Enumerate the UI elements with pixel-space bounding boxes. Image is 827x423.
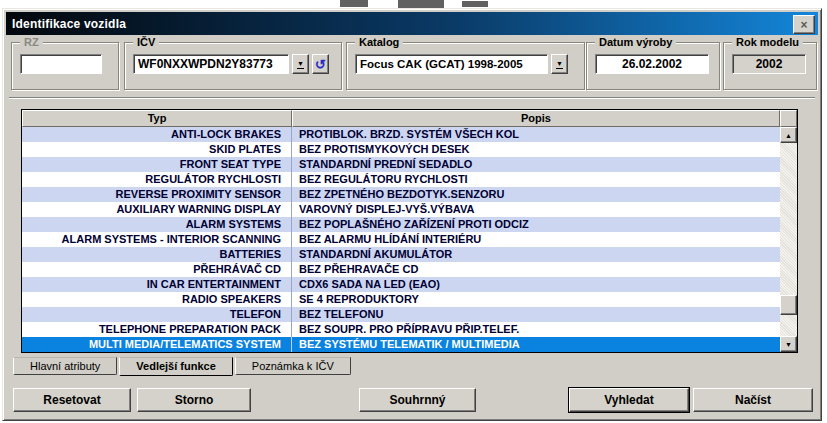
chevron-down-icon: ▼ (297, 60, 304, 67)
cell-popis: BEZ ALARMU HLÍDÁNÍ INTERIÉRU (292, 232, 780, 247)
katalog-input[interactable] (355, 54, 548, 74)
tab-poznamka-k-icv[interactable]: Poznámka k IČV (235, 357, 351, 375)
table-row[interactable]: AUXILIARY WARNING DISPLAYVAROVNÝ DISPLEJ… (22, 202, 780, 217)
scroll-down-button[interactable]: ▼ (780, 336, 797, 352)
chevron-down-icon: ▼ (556, 60, 563, 67)
cell-popis: BEZ SOUPR. PRO PŘÍPRAVU PŘIP.TELEF. (292, 322, 780, 337)
scroll-down-icon: ▼ (785, 341, 792, 348)
column-header-popis[interactable]: Popis (292, 110, 780, 127)
icv-dropdown-button[interactable]: ▼ (292, 54, 309, 74)
resetovat-button[interactable]: Resetovat (13, 388, 131, 412)
cell-popis: BEZ SYSTÉMU TELEMATIK / MULTIMEDIA (292, 337, 780, 352)
storno-button[interactable]: Storno (137, 388, 251, 412)
cell-popis: BEZ TELEFONU (292, 307, 780, 322)
tab-hlavni-atributy[interactable]: Hlavní atributy (13, 357, 117, 375)
table-header-corner (780, 110, 797, 127)
cell-popis: STANDARDNÍ AKUMULÁTOR (292, 247, 780, 262)
table-row[interactable]: FRONT SEAT TYPESTANDARDNÍ PREDNÍ SEDADLO (22, 157, 780, 172)
icv-label: IČV (133, 35, 159, 49)
vyhledat-button[interactable]: Vyhledat (569, 388, 689, 412)
table-row[interactable]: ALARM SYSTEMS - INTERIOR SCANNINGBEZ ALA… (22, 232, 780, 247)
table-row[interactable]: REGULÁTOR RYCHLOSTIBEZ REGULÁTORU RYCHLO… (22, 172, 780, 187)
cell-typ: RADIO SPEAKERS (22, 292, 292, 307)
cell-typ: SKID PLATES (22, 142, 292, 157)
cell-typ: ALARM SYSTEMS (22, 217, 292, 232)
datum-vyroby-label: Datum výroby (595, 35, 676, 49)
cell-popis: BEZ PROTISMYKOVÝCH DESEK (292, 142, 780, 157)
icv-input[interactable] (133, 54, 289, 74)
table-row[interactable]: PŘEHRÁVAČ CDBEZ PŘEHRAVAČE CD (22, 262, 780, 277)
cell-popis: CDX6 SADA NA LED (EAO) (292, 277, 780, 292)
screen: Identifikace vozidla × RZ IČV ▼ ↺ (0, 0, 827, 423)
katalog-label: Katalog (355, 35, 403, 49)
table-row[interactable]: BATTERIESSTANDARDNÍ AKUMULÁTOR (22, 247, 780, 262)
table-row[interactable]: TELEFONBEZ TELEFONU (22, 307, 780, 322)
cell-typ: FRONT SEAT TYPE (22, 157, 292, 172)
cell-typ: REGULÁTOR RYCHLOSTI (22, 172, 292, 187)
tab-vedlejsi-funkce[interactable]: Vedlejší funkce (119, 357, 232, 376)
vertical-scrollbar[interactable]: ▲ ▼ (780, 127, 797, 352)
background-window-fragment (340, 0, 368, 7)
group-katalog: Katalog ▼ (346, 42, 585, 90)
rok-modelu-label: Rok modelu (732, 35, 803, 49)
dialog-title: Identifikace vozidla (12, 17, 126, 31)
table-row[interactable]: IN CAR ENTERTAINMENTCDX6 SADA NA LED (EA… (22, 277, 780, 292)
cell-typ: TELEPHONE PREPARATION PACK (22, 322, 292, 337)
scrollbar-thumb[interactable] (780, 295, 797, 315)
scroll-up-button[interactable]: ▲ (780, 127, 797, 143)
close-icon: × (800, 19, 807, 31)
scroll-up-icon: ▲ (785, 132, 792, 139)
cell-popis: VAROVNÝ DISPLEJ-VYŠ.VÝBAVA (292, 202, 780, 217)
souhrnny-button[interactable]: Souhrnný (359, 388, 476, 412)
separator-line (9, 97, 815, 99)
rz-input[interactable] (20, 54, 102, 74)
cell-typ: REVERSE PROXIMITY SENSOR (22, 187, 292, 202)
table-row[interactable]: SKID PLATESBEZ PROTISMYKOVÝCH DESEK (22, 142, 780, 157)
cell-typ: AUXILIARY WARNING DISPLAY (22, 202, 292, 217)
table-row[interactable]: ANTI-LOCK BRAKESPROTIBLOK. BRZD. SYSTÉM … (22, 127, 780, 142)
group-icv: IČV ▼ ↺ (124, 42, 342, 90)
nacist-button[interactable]: Načíst (693, 388, 813, 412)
cell-typ: IN CAR ENTERTAINMENT (22, 277, 292, 292)
title-bar[interactable]: Identifikace vozidla × (6, 12, 818, 35)
cell-popis: BEZ REGULÁTORU RYCHLOSTI (292, 172, 780, 187)
cell-typ: PŘEHRÁVAČ CD (22, 262, 292, 277)
rok-modelu-input (732, 54, 806, 74)
group-rok-modelu: Rok modelu (723, 42, 817, 90)
cell-popis: BEZ PŘEHRAVAČE CD (292, 262, 780, 277)
group-rz: RZ (11, 42, 119, 90)
column-header-typ[interactable]: Typ (22, 110, 292, 127)
cell-popis: BEZ ZPETNÉHO BEZDOTYK.SENZORU (292, 187, 780, 202)
table-row[interactable]: ALARM SYSTEMSBEZ POPLAŠNÉHO ZAŘÍZENÍ PRO… (22, 217, 780, 232)
identifikace-vozidla-dialog: Identifikace vozidla × RZ IČV ▼ ↺ (2, 8, 822, 421)
table-header: Typ Popis (22, 110, 797, 127)
dropdown-underline (297, 68, 304, 69)
undo-icon: ↺ (315, 58, 326, 71)
close-button[interactable]: × (793, 15, 815, 34)
table-row[interactable]: RADIO SPEAKERSSE 4 REPRODUKTORY (22, 292, 780, 307)
cell-popis: PROTIBLOK. BRZD. SYSTÉM VŠECH KOL (292, 127, 780, 142)
background-window-fragment (398, 0, 444, 8)
cell-popis: STANDARDNÍ PREDNÍ SEDADLO (292, 157, 780, 172)
cell-typ: MULTI MEDIA/TELEMATICS SYSTEM (22, 337, 292, 352)
rz-label: RZ (20, 35, 43, 49)
dropdown-underline (556, 68, 563, 69)
datum-vyroby-input[interactable] (595, 54, 709, 74)
table-row[interactable]: TELEPHONE PREPARATION PACKBEZ SOUPR. PRO… (22, 322, 780, 337)
cell-popis: BEZ POPLAŠNÉHO ZAŘÍZENÍ PROTI ODCIZ (292, 217, 780, 232)
table-body: ANTI-LOCK BRAKESPROTIBLOK. BRZD. SYSTÉM … (22, 127, 780, 352)
icv-undo-button[interactable]: ↺ (312, 54, 329, 74)
cell-popis: SE 4 REPRODUKTORY (292, 292, 780, 307)
cell-typ: ALARM SYSTEMS - INTERIOR SCANNING (22, 232, 292, 247)
cell-typ: ANTI-LOCK BRAKES (22, 127, 292, 142)
table-row[interactable]: REVERSE PROXIMITY SENSORBEZ ZPETNÉHO BEZ… (22, 187, 780, 202)
katalog-dropdown-button[interactable]: ▼ (551, 54, 568, 74)
background-window-fragment (462, 1, 488, 7)
tab-strip: Hlavní atributy Vedlejší funkce Poznámka… (13, 357, 353, 377)
table-row[interactable]: MULTI MEDIA/TELEMATICS SYSTEMBEZ SYSTÉMU… (22, 337, 780, 352)
cell-typ: BATTERIES (22, 247, 292, 262)
cell-typ: TELEFON (22, 307, 292, 322)
attributes-table: Typ Popis ANTI-LOCK BRAKESPROTIBLOK. BRZ… (21, 109, 798, 353)
group-datum-vyroby: Datum výroby (586, 42, 720, 90)
